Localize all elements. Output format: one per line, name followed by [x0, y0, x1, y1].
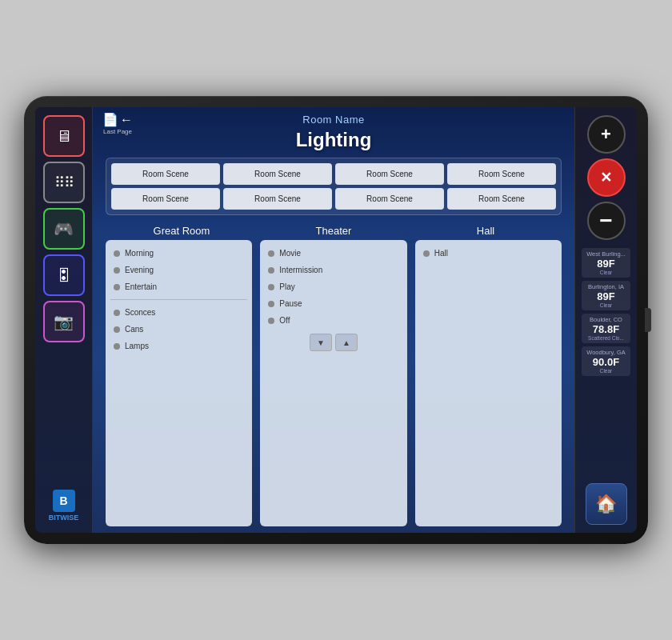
zone-item-hall[interactable]: Hall	[420, 246, 557, 260]
last-page-button[interactable]: 📄 ← Last Page	[102, 112, 133, 135]
scene-btn-5[interactable]: Room Scene	[223, 188, 332, 210]
zone-label-evening: Evening	[125, 266, 154, 274]
close-button[interactable]: ✕	[587, 158, 626, 197]
zone-item-pause[interactable]: Pause	[265, 297, 402, 310]
minus-button[interactable]: −	[587, 202, 626, 240]
minus-icon: −	[599, 208, 612, 234]
zone-label-lamps: Lamps	[125, 342, 149, 350]
zone-dot-morning	[114, 250, 120, 257]
room-name: Room Name	[302, 114, 364, 126]
zone-dot-play	[268, 284, 274, 290]
bitwise-logo: B BITWISE	[49, 490, 79, 525]
zone-panel-theater: Movie Intermission Play Pause	[260, 240, 406, 526]
mixer-icon: 🎛	[56, 266, 72, 285]
weather-temp-3: 90.0F	[586, 356, 626, 368]
zone-dot-entertain	[114, 284, 120, 290]
zone-dot-intermission	[268, 267, 274, 274]
theater-up-arrow[interactable]: ▲	[335, 334, 358, 351]
scene-btn-1[interactable]: Room Scene	[223, 163, 332, 185]
zone-dot-off	[268, 318, 274, 324]
zone-item-morning[interactable]: Morning	[110, 246, 247, 260]
add-button[interactable]: +	[587, 115, 626, 154]
zone-label-sconces: Sconces	[125, 308, 155, 317]
last-page-icon-area: 📄 ←	[102, 112, 133, 127]
right-sidebar: + ✕ − West Burling... 89F Clear Burlingt…	[574, 107, 637, 533]
grid-icon: ⠿⠿	[54, 174, 74, 191]
zone-dot-pause	[268, 301, 274, 307]
weather-desc-2: Scattered Clo...	[586, 335, 626, 341]
zone-item-evening[interactable]: Evening	[110, 263, 247, 277]
side-button[interactable]	[645, 308, 651, 332]
zone-item-cans[interactable]: Cans	[110, 322, 247, 336]
scenes-grid: Room Scene Room Scene Room Scene Room Sc…	[106, 158, 562, 215]
zones-panels: Morning Evening Entertain	[106, 240, 562, 526]
zone-dot-evening	[114, 267, 120, 274]
weather-desc-0: Clear	[586, 270, 626, 275]
zone-item-play[interactable]: Play	[265, 280, 402, 294]
top-bar: 📄 ← Last Page Room Name	[93, 107, 574, 129]
zone-label-off: Off	[279, 316, 290, 325]
scene-btn-6[interactable]: Room Scene	[335, 188, 444, 210]
scene-btn-3[interactable]: Room Scene	[447, 163, 556, 185]
scene-btn-4[interactable]: Room Scene	[111, 188, 220, 210]
zone-panel-hall: Hall	[415, 240, 562, 526]
theater-down-arrow[interactable]: ▼	[310, 334, 332, 351]
last-page-label: Last Page	[103, 128, 132, 135]
zone-item-intermission[interactable]: Intermission	[265, 263, 402, 277]
scene-btn-2[interactable]: Room Scene	[335, 163, 444, 185]
bitwise-icon: B	[53, 490, 75, 512]
theater-controls: ▼ ▲	[265, 334, 402, 351]
zone-title-0: Great Room	[106, 225, 258, 237]
camera-icon: 📷	[54, 312, 74, 331]
weather-item-3: Woodbury, GA 90.0F Clear	[582, 346, 630, 376]
scene-btn-0[interactable]: Room Scene	[111, 163, 220, 185]
weather-item-1: Burlington, IA 89F Clear	[582, 281, 630, 310]
sidebar-mixer-button[interactable]: 🎛	[43, 254, 85, 296]
weather-city-3: Woodbury, GA	[586, 349, 626, 356]
zone-item-lamps[interactable]: Lamps	[110, 339, 247, 353]
weather-item-0: West Burling... 89F Clear	[582, 248, 630, 278]
sidebar-tv-button[interactable]: 🖥	[43, 115, 85, 157]
sidebar-game-button[interactable]: 🎮	[43, 208, 85, 250]
scene-btn-7[interactable]: Room Scene	[447, 188, 556, 210]
zone-label-entertain: Entertain	[125, 282, 157, 291]
weather-temp-1: 89F	[586, 290, 626, 302]
home-button[interactable]: 🏠	[586, 483, 627, 525]
weather-section: West Burling... 89F Clear Burlington, IA…	[578, 248, 634, 478]
zone-dot-movie	[268, 250, 274, 257]
close-icon: ✕	[600, 169, 612, 186]
zone-item-off[interactable]: Off	[265, 314, 402, 327]
weather-temp-0: 89F	[586, 258, 626, 270]
zone-label-morning: Morning	[125, 249, 154, 258]
add-icon: +	[601, 124, 611, 145]
sidebar-grid-button[interactable]: ⠿⠿	[43, 162, 85, 203]
zone-label-play: Play	[279, 282, 294, 291]
zone-item-movie[interactable]: Movie	[265, 246, 402, 260]
zone-dot-lamps	[114, 343, 120, 350]
weather-item-2: Boulder, CO 78.8F Scattered Clo...	[582, 314, 630, 343]
zone-label-pause: Pause	[279, 299, 302, 308]
zone-label-cans: Cans	[125, 325, 143, 334]
zone-label-movie: Movie	[279, 249, 301, 258]
weather-desc-3: Clear	[586, 368, 626, 374]
tablet-screen: 🖥 ⠿⠿ 🎮 🎛 📷 B BITWISE	[35, 107, 637, 533]
zone-dot-sconces	[114, 310, 120, 316]
zone-title-2: Hall	[410, 225, 562, 237]
home-icon: 🏠	[595, 494, 617, 514]
weather-temp-2: 78.8F	[586, 323, 626, 335]
doc-icon: 📄	[102, 112, 118, 127]
zone-dot-hall	[423, 250, 430, 257]
zone-item-sconces[interactable]: Sconces	[110, 306, 247, 319]
bitwise-label: BITWISE	[49, 514, 79, 522]
tablet-shell: 🖥 ⠿⠿ 🎮 🎛 📷 B BITWISE	[24, 96, 648, 544]
page-title: Lighting	[93, 129, 574, 158]
zone-title-1: Theater	[258, 225, 410, 237]
zones-header: Great Room Theater Hall	[106, 225, 562, 237]
zone-panel-great-room: Morning Evening Entertain	[106, 240, 252, 526]
sidebar-camera-button[interactable]: 📷	[43, 301, 85, 342]
weather-city-0: West Burling...	[586, 250, 626, 258]
left-sidebar: 🖥 ⠿⠿ 🎮 🎛 📷 B BITWISE	[35, 107, 93, 533]
zone-item-entertain[interactable]: Entertain	[110, 280, 247, 294]
zone-label-intermission: Intermission	[279, 266, 322, 274]
tv-icon: 🖥	[56, 127, 72, 146]
